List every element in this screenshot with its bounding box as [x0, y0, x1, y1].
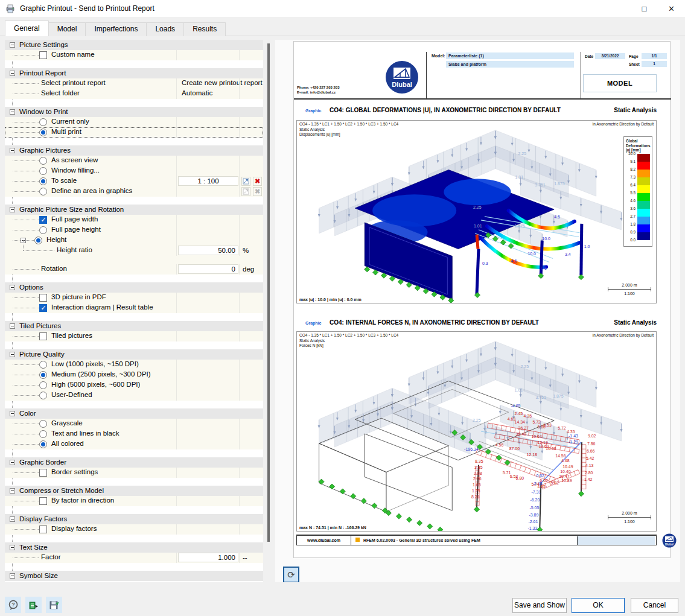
setting-row[interactable]: Multi print: [5, 127, 263, 138]
save-settings-button[interactable]: [46, 597, 62, 613]
setting-row[interactable]: 3D picture in PDF: [5, 293, 263, 303]
tab-results[interactable]: Results: [183, 22, 226, 36]
checkbox[interactable]: [39, 294, 47, 302]
cancel-button[interactable]: Cancel: [631, 598, 678, 613]
section-header[interactable]: Compress or Stretch Model: [5, 486, 263, 496]
setting-row[interactable]: As screen view: [5, 156, 263, 166]
save-and-show-button[interactable]: Save and Show: [512, 598, 567, 613]
ok-button[interactable]: OK: [572, 598, 625, 613]
radio-button[interactable]: [39, 118, 47, 126]
scrollbar-thumb[interactable]: [267, 43, 270, 542]
setting-value[interactable]: 50.00: [178, 246, 238, 255]
collapse-icon[interactable]: [10, 109, 15, 115]
radio-button[interactable]: [39, 430, 47, 438]
collapse-icon[interactable]: [10, 488, 15, 494]
radio-button[interactable]: [39, 381, 47, 389]
setting-row[interactable]: Rotation0deg: [5, 264, 263, 275]
setting-row[interactable]: Grayscale: [5, 419, 263, 429]
setting-value[interactable]: 0: [178, 264, 238, 274]
collapse-icon[interactable]: [10, 323, 15, 329]
radio-button[interactable]: [39, 157, 47, 165]
setting-row[interactable]: Full page height: [5, 225, 263, 235]
checkbox[interactable]: [39, 497, 47, 505]
radio-button[interactable]: [39, 420, 47, 428]
setting-row[interactable]: Low (1000 pixels, ~150 DPI): [5, 360, 263, 370]
section-header[interactable]: Picture Settings: [5, 40, 263, 50]
setting-row[interactable]: Full page width: [5, 215, 263, 225]
section-header[interactable]: Printout Report: [5, 68, 263, 78]
checkbox[interactable]: [39, 51, 47, 59]
setting-row[interactable]: Define an area in graphics✖: [5, 186, 263, 197]
setting-row[interactable]: Select printout reportCreate new printou…: [5, 78, 263, 89]
setting-row[interactable]: User-Defined: [5, 390, 263, 401]
setting-row[interactable]: Select folderAutomatic: [5, 89, 263, 99]
tab-general[interactable]: General: [5, 21, 49, 36]
send-to-report-button[interactable]: [25, 597, 42, 613]
radio-button[interactable]: [39, 392, 47, 399]
close-button[interactable]: ✕: [658, 0, 685, 17]
section-header[interactable]: Window to Print: [5, 107, 263, 117]
maximize-button[interactable]: □: [631, 0, 658, 17]
section-header[interactable]: Picture Quality: [5, 349, 263, 360]
checkbox[interactable]: [39, 332, 47, 340]
setting-row[interactable]: Tiled pictures: [5, 331, 263, 341]
collapse-icon[interactable]: [10, 352, 15, 357]
collapse-icon[interactable]: [10, 148, 15, 153]
radio-button[interactable]: [39, 226, 47, 234]
collapse-icon[interactable]: [10, 545, 15, 550]
collapse-icon[interactable]: [10, 71, 15, 76]
setting-row[interactable]: Interaction diagram | Result table: [5, 303, 263, 313]
pick-scale-icon[interactable]: [241, 177, 250, 186]
radio-button[interactable]: [39, 167, 47, 175]
collapse-icon[interactable]: [10, 207, 15, 212]
setting-row[interactable]: High (5000 pixels, ~600 DPI): [5, 380, 263, 390]
tab-model[interactable]: Model: [48, 22, 86, 36]
settings-scrollbar[interactable]: [266, 40, 272, 585]
section-header[interactable]: Display Factors: [5, 514, 263, 524]
radio-button[interactable]: [39, 177, 47, 185]
setting-value[interactable]: 1.000: [178, 553, 238, 562]
setting-row[interactable]: To scale1 : 100✖: [5, 176, 263, 186]
setting-row[interactable]: All colored: [5, 439, 263, 449]
section-header[interactable]: Tiled Pictures: [5, 321, 263, 331]
tab-imperfections[interactable]: Imperfections: [85, 22, 147, 36]
setting-row[interactable]: Border settings: [5, 468, 263, 478]
setting-row[interactable]: Height ratio50.00%: [5, 246, 263, 256]
checkbox[interactable]: [39, 304, 47, 312]
section-header[interactable]: Symbol Size: [5, 571, 263, 581]
setting-row[interactable]: Medium (2500 pixels, ~300 DPI): [5, 370, 263, 380]
setting-row[interactable]: Custom name: [5, 50, 263, 60]
refresh-preview-button[interactable]: ⟳: [283, 567, 299, 583]
checkbox[interactable]: [39, 469, 47, 477]
section-header[interactable]: Color: [5, 408, 263, 419]
collapse-icon[interactable]: [10, 285, 15, 290]
setting-row[interactable]: Window filling...: [5, 166, 263, 176]
setting-row[interactable]: By factor in direction: [5, 496, 263, 506]
setting-row[interactable]: Current only: [5, 117, 263, 127]
setting-row[interactable]: Height: [5, 235, 263, 246]
collapse-icon[interactable]: [10, 573, 15, 579]
collapse-icon[interactable]: [10, 460, 15, 465]
collapse-icon[interactable]: [10, 411, 15, 416]
radio-button[interactable]: [39, 129, 47, 136]
radio-button[interactable]: [34, 237, 42, 244]
checkbox[interactable]: [39, 216, 47, 224]
section-header[interactable]: Graphic Pictures: [5, 145, 263, 156]
collapse-icon[interactable]: [10, 42, 15, 48]
radio-button[interactable]: [39, 188, 47, 195]
help-button[interactable]: ?: [5, 597, 21, 613]
section-header[interactable]: Graphic Border: [5, 457, 263, 468]
section-header[interactable]: Graphic Picture Size and Rotation: [5, 205, 263, 215]
checkbox[interactable]: [39, 526, 47, 533]
setting-row[interactable]: Text and lines in black: [5, 429, 263, 439]
collapse-icon[interactable]: [10, 516, 15, 522]
setting-value[interactable]: 1 : 100: [178, 176, 238, 186]
setting-row[interactable]: Display factors: [5, 524, 263, 535]
radio-button[interactable]: [39, 371, 47, 379]
radio-button[interactable]: [39, 361, 47, 369]
radio-button[interactable]: [39, 440, 47, 448]
delete-scale-icon[interactable]: ✖: [253, 177, 262, 186]
section-header[interactable]: Options: [5, 282, 263, 293]
setting-row[interactable]: Factor1.000--: [5, 553, 263, 563]
tab-loads[interactable]: Loads: [146, 22, 184, 36]
